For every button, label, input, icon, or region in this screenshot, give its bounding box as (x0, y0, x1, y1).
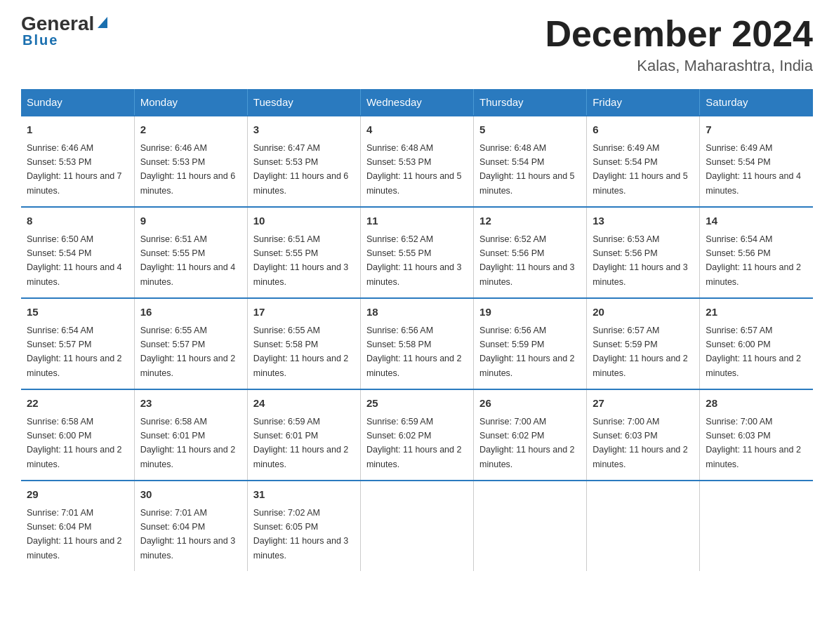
svg-marker-0 (98, 17, 107, 28)
day-header-sunday: Sunday (21, 89, 134, 116)
day-info: Sunrise: 6:50 AMSunset: 5:54 PMDaylight:… (27, 234, 122, 287)
calendar-cell: 22 Sunrise: 6:58 AMSunset: 6:00 PMDaylig… (21, 389, 134, 481)
day-info: Sunrise: 6:48 AMSunset: 5:53 PMDaylight:… (366, 143, 462, 196)
title-section: December 2024 Kalas, Maharashtra, India (545, 14, 813, 75)
calendar-table: SundayMondayTuesdayWednesdayThursdayFrid… (21, 89, 813, 571)
day-info: Sunrise: 6:56 AMSunset: 5:59 PMDaylight:… (479, 326, 575, 378)
day-number: 9 (140, 213, 241, 229)
day-header-thursday: Thursday (474, 89, 587, 116)
day-info: Sunrise: 7:00 AMSunset: 6:03 PMDaylight:… (593, 417, 688, 469)
day-number: 16 (140, 304, 241, 321)
calendar-week-row: 29 Sunrise: 7:01 AMSunset: 6:04 PMDaylig… (21, 481, 813, 571)
day-number: 20 (593, 304, 694, 321)
day-number: 29 (27, 487, 128, 503)
day-number: 22 (27, 396, 128, 412)
day-number: 3 (253, 122, 355, 138)
day-number: 2 (140, 122, 241, 138)
calendar-cell: 1 Sunrise: 6:46 AMSunset: 5:53 PMDayligh… (21, 116, 134, 207)
day-number: 6 (593, 122, 694, 138)
day-number: 1 (27, 122, 128, 138)
day-info: Sunrise: 6:53 AMSunset: 5:56 PMDaylight:… (593, 234, 688, 287)
day-number: 7 (706, 122, 807, 138)
day-number: 14 (706, 213, 807, 229)
day-info: Sunrise: 6:48 AMSunset: 5:54 PMDaylight:… (479, 143, 575, 196)
day-info: Sunrise: 6:54 AMSunset: 5:56 PMDaylight:… (706, 234, 801, 287)
day-info: Sunrise: 7:00 AMSunset: 6:03 PMDaylight:… (706, 417, 801, 469)
calendar-cell: 25 Sunrise: 6:59 AMSunset: 6:02 PMDaylig… (360, 389, 473, 481)
month-title: December 2024 (545, 14, 813, 54)
calendar-cell: 9 Sunrise: 6:51 AMSunset: 5:55 PMDayligh… (134, 207, 247, 298)
day-info: Sunrise: 6:58 AMSunset: 6:01 PMDaylight:… (140, 417, 236, 469)
day-number: 10 (253, 213, 355, 229)
calendar-cell: 6 Sunrise: 6:49 AMSunset: 5:54 PMDayligh… (587, 116, 700, 207)
calendar-week-row: 1 Sunrise: 6:46 AMSunset: 5:53 PMDayligh… (21, 116, 813, 207)
calendar-cell: 31 Sunrise: 7:02 AMSunset: 6:05 PMDaylig… (247, 481, 360, 571)
calendar-cell: 3 Sunrise: 6:47 AMSunset: 5:53 PMDayligh… (247, 116, 360, 207)
calendar-cell: 7 Sunrise: 6:49 AMSunset: 5:54 PMDayligh… (700, 116, 813, 207)
calendar-cell: 18 Sunrise: 6:56 AMSunset: 5:58 PMDaylig… (360, 298, 473, 389)
page-header: General Blue December 2024 Kalas, Mahara… (21, 14, 813, 75)
day-number: 24 (253, 396, 355, 412)
calendar-cell: 8 Sunrise: 6:50 AMSunset: 5:54 PMDayligh… (21, 207, 134, 298)
calendar-cell (474, 481, 587, 571)
day-number: 18 (366, 304, 468, 321)
calendar-cell: 28 Sunrise: 7:00 AMSunset: 6:03 PMDaylig… (700, 389, 813, 481)
day-info: Sunrise: 7:00 AMSunset: 6:02 PMDaylight:… (479, 417, 575, 469)
calendar-cell: 21 Sunrise: 6:57 AMSunset: 6:00 PMDaylig… (700, 298, 813, 389)
day-number: 17 (253, 304, 355, 321)
day-info: Sunrise: 6:55 AMSunset: 5:58 PMDaylight:… (253, 326, 349, 378)
day-info: Sunrise: 6:51 AMSunset: 5:55 PMDaylight:… (140, 234, 236, 287)
day-number: 25 (366, 396, 468, 412)
day-info: Sunrise: 6:57 AMSunset: 5:59 PMDaylight:… (593, 326, 688, 378)
calendar-cell: 15 Sunrise: 6:54 AMSunset: 5:57 PMDaylig… (21, 298, 134, 389)
day-header-friday: Friday (587, 89, 700, 116)
calendar-cell (587, 481, 700, 571)
logo-blue-text: Blue (22, 32, 58, 48)
logo: General Blue (21, 14, 110, 48)
day-number: 11 (366, 213, 468, 229)
day-info: Sunrise: 6:59 AMSunset: 6:01 PMDaylight:… (253, 417, 349, 469)
calendar-cell: 27 Sunrise: 7:00 AMSunset: 6:03 PMDaylig… (587, 389, 700, 481)
calendar-cell: 23 Sunrise: 6:58 AMSunset: 6:01 PMDaylig… (134, 389, 247, 481)
calendar-cell: 11 Sunrise: 6:52 AMSunset: 5:55 PMDaylig… (360, 207, 473, 298)
day-number: 21 (706, 304, 807, 321)
day-info: Sunrise: 6:57 AMSunset: 6:00 PMDaylight:… (706, 326, 801, 378)
day-header-saturday: Saturday (700, 89, 813, 116)
calendar-cell: 13 Sunrise: 6:53 AMSunset: 5:56 PMDaylig… (587, 207, 700, 298)
calendar-cell: 20 Sunrise: 6:57 AMSunset: 5:59 PMDaylig… (587, 298, 700, 389)
day-number: 26 (479, 396, 581, 412)
calendar-cell: 4 Sunrise: 6:48 AMSunset: 5:53 PMDayligh… (360, 116, 473, 207)
day-info: Sunrise: 6:56 AMSunset: 5:58 PMDaylight:… (366, 326, 462, 378)
calendar-cell: 2 Sunrise: 6:46 AMSunset: 5:53 PMDayligh… (134, 116, 247, 207)
logo-arrow-icon (95, 14, 110, 29)
calendar-cell: 12 Sunrise: 6:52 AMSunset: 5:56 PMDaylig… (474, 207, 587, 298)
calendar-header-row: SundayMondayTuesdayWednesdayThursdayFrid… (21, 89, 813, 116)
day-number: 23 (140, 396, 241, 412)
day-info: Sunrise: 6:58 AMSunset: 6:00 PMDaylight:… (27, 417, 122, 469)
day-info: Sunrise: 7:02 AMSunset: 6:05 PMDaylight:… (253, 508, 349, 561)
day-info: Sunrise: 6:52 AMSunset: 5:55 PMDaylight:… (366, 234, 462, 287)
location-subtitle: Kalas, Maharashtra, India (545, 57, 813, 75)
day-info: Sunrise: 7:01 AMSunset: 6:04 PMDaylight:… (140, 508, 236, 561)
day-info: Sunrise: 6:52 AMSunset: 5:56 PMDaylight:… (479, 234, 575, 287)
calendar-cell: 5 Sunrise: 6:48 AMSunset: 5:54 PMDayligh… (474, 116, 587, 207)
day-number: 15 (27, 304, 128, 321)
calendar-cell (700, 481, 813, 571)
day-header-monday: Monday (134, 89, 247, 116)
day-info: Sunrise: 6:55 AMSunset: 5:57 PMDaylight:… (140, 326, 236, 378)
day-info: Sunrise: 6:51 AMSunset: 5:55 PMDaylight:… (253, 234, 349, 287)
day-header-wednesday: Wednesday (360, 89, 473, 116)
day-info: Sunrise: 6:59 AMSunset: 6:02 PMDaylight:… (366, 417, 462, 469)
day-number: 31 (253, 487, 355, 503)
day-number: 30 (140, 487, 241, 503)
calendar-cell: 24 Sunrise: 6:59 AMSunset: 6:01 PMDaylig… (247, 389, 360, 481)
calendar-cell: 26 Sunrise: 7:00 AMSunset: 6:02 PMDaylig… (474, 389, 587, 481)
day-number: 5 (479, 122, 581, 138)
day-info: Sunrise: 6:46 AMSunset: 5:53 PMDaylight:… (27, 143, 122, 196)
calendar-cell: 29 Sunrise: 7:01 AMSunset: 6:04 PMDaylig… (21, 481, 134, 571)
day-number: 4 (366, 122, 468, 138)
day-info: Sunrise: 7:01 AMSunset: 6:04 PMDaylight:… (27, 508, 122, 561)
calendar-cell (360, 481, 473, 571)
calendar-cell: 16 Sunrise: 6:55 AMSunset: 5:57 PMDaylig… (134, 298, 247, 389)
calendar-week-row: 15 Sunrise: 6:54 AMSunset: 5:57 PMDaylig… (21, 298, 813, 389)
